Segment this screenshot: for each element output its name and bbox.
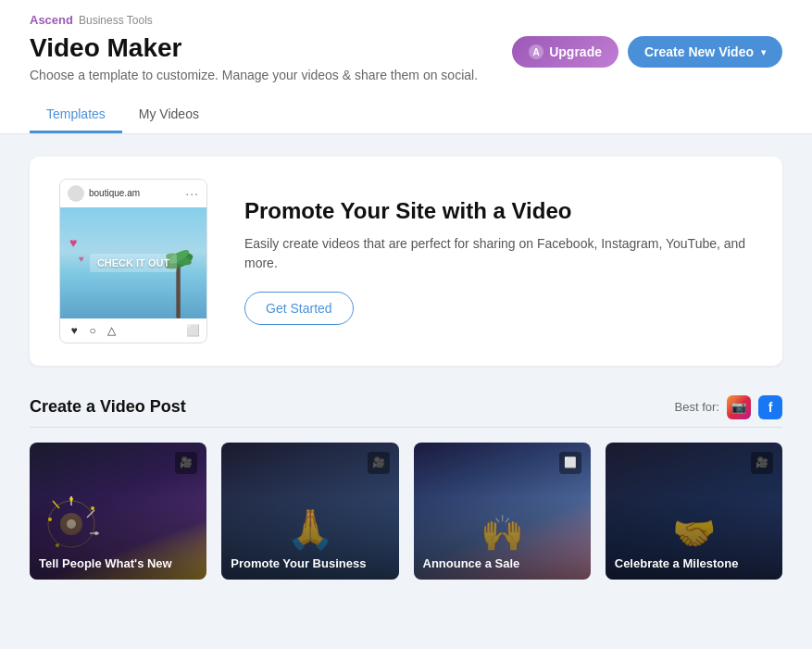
best-for-label: Best for: <box>675 400 719 414</box>
page-title-section: Video Maker Choose a template to customi… <box>30 32 478 82</box>
insta-options-icon: ··· <box>185 186 199 201</box>
video-card-announce-sale[interactable]: 🙌 ⬜ Announce a Sale <box>414 443 591 580</box>
get-started-button[interactable]: Get Started <box>244 292 354 325</box>
main-content: boutique.am ··· CHECK IT OUT ♥ <box>0 134 812 602</box>
tab-my-videos[interactable]: My Videos <box>122 97 216 133</box>
create-new-video-button[interactable]: Create New Video ▾ <box>628 36 782 68</box>
tabs: Templates My Videos <box>30 97 782 133</box>
section-header: Create a Video Post Best for: 📷 f <box>30 395 782 419</box>
facebook-icon[interactable]: f <box>758 395 782 419</box>
brand: Ascend Business Tools <box>30 13 782 27</box>
video-camera-icon: 🎥 <box>175 452 197 474</box>
hero-heading: Promote Your Site with a Video <box>244 196 753 225</box>
instagram-header: boutique.am ··· <box>60 180 206 207</box>
brand-ascend: Ascend <box>30 13 73 27</box>
insta-user: boutique.am <box>68 185 140 202</box>
card-label-tell-whats-new: Tell People What's New <box>39 556 197 570</box>
video-card-celebrate-milestone[interactable]: 🤝 🎥 Celebrate a Milestone <box>606 443 782 580</box>
hero-banner: boutique.am ··· CHECK IT OUT ♥ <box>30 156 782 366</box>
hero-preview: boutique.am ··· CHECK IT OUT ♥ <box>59 179 207 343</box>
create-label: Create New Video <box>644 44 754 59</box>
like-icon: ♥ <box>68 324 81 337</box>
upgrade-button[interactable]: A Upgrade <box>512 36 618 68</box>
comment-icon: ○ <box>86 324 99 337</box>
insta-icons-left: ♥ ○ △ <box>68 324 118 337</box>
instagram-glyph: 📷 <box>731 400 746 414</box>
instagram-image: CHECK IT OUT ♥ ♥ <box>60 207 206 318</box>
video-card-promote-business[interactable]: 🙏 🎥 Promote Your Business <box>221 443 398 580</box>
page-subtitle: Choose a template to customize. Manage y… <box>30 68 478 82</box>
instagram-icon[interactable]: 📷 <box>727 395 751 419</box>
instagram-mock: boutique.am ··· CHECK IT OUT ♥ <box>59 179 207 343</box>
heart-float-small-icon: ♥ <box>79 254 84 264</box>
check-it-out-text: CHECK IT OUT <box>90 254 177 272</box>
upgrade-label: Upgrade <box>549 44 602 59</box>
upgrade-icon: A <box>529 44 543 59</box>
top-header: Video Maker Choose a template to customi… <box>30 32 782 82</box>
top-bar: Ascend Business Tools Video Maker Choose… <box>0 0 812 134</box>
video-camera-icon-2: 🎥 <box>368 452 390 474</box>
bookmark-icon: ⬜ <box>186 324 199 337</box>
insta-avatar <box>68 185 84 202</box>
page-title: Video Maker <box>30 32 478 64</box>
section-divider <box>30 427 782 428</box>
section-title: Create a Video Post <box>30 397 186 417</box>
insta-username: boutique.am <box>89 188 140 198</box>
video-camera-icon-3: ⬜ <box>559 452 581 474</box>
video-card-tell-whats-new[interactable]: 🎥 Tell People What's New <box>30 443 206 580</box>
card-label-promote-business: Promote Your Business <box>231 556 389 570</box>
insta-actions: ♥ ○ △ ⬜ <box>60 318 206 343</box>
chevron-down-icon: ▾ <box>761 47 766 57</box>
card-label-announce-sale: Announce a Sale <box>423 556 581 570</box>
card-label-celebrate-milestone: Celebrate a Milestone <box>615 556 773 570</box>
share-icon: △ <box>105 324 118 337</box>
heart-float-icon: ♥ <box>69 235 77 250</box>
video-cards: 🎥 Tell People What's New 🙏 🎥 Promote You… <box>30 443 782 580</box>
best-for: Best for: 📷 f <box>675 395 782 419</box>
header-actions: A Upgrade Create New Video ▾ <box>512 32 782 68</box>
hero-text: Promote Your Site with a Video Easily cr… <box>244 196 753 325</box>
video-camera-icon-4: 🎥 <box>751 452 773 474</box>
brand-tools: Business Tools <box>79 14 153 27</box>
tab-templates[interactable]: Templates <box>30 97 122 133</box>
facebook-glyph: f <box>768 400 773 415</box>
hero-description: Easily create videos that are perfect fo… <box>244 234 753 273</box>
